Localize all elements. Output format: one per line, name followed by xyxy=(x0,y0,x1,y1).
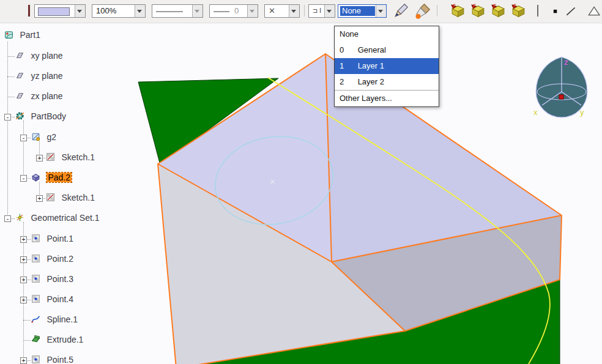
expander-point2[interactable]: + xyxy=(20,256,27,263)
tree-item-sketch1-b[interactable]: Sketch.1 xyxy=(45,191,95,205)
tree-item-zx-plane[interactable]: zx plane xyxy=(15,90,63,103)
fill-color-dropdown-arrow[interactable] xyxy=(75,5,85,17)
tree-item-label[interactable]: Point.3 xyxy=(46,274,73,284)
expander-point1[interactable]: + xyxy=(20,236,27,243)
point-tool-button[interactable] xyxy=(548,4,562,18)
spline-icon xyxy=(31,314,41,324)
tree-item-label[interactable]: Point.5 xyxy=(46,355,73,364)
expander-pad2[interactable]: - xyxy=(20,175,27,182)
toolbar-drag-handle-right[interactable] xyxy=(537,5,538,17)
line-tool-button[interactable] xyxy=(564,4,578,18)
layer-dropdown-arrow[interactable] xyxy=(376,5,386,17)
plane-icon xyxy=(15,91,25,101)
tree-item-point2[interactable]: Point.2 xyxy=(31,253,73,266)
tree-item-label[interactable]: Point.2 xyxy=(46,254,73,264)
transparency-combobox[interactable]: 100% xyxy=(92,4,146,18)
plane-icon xyxy=(15,70,25,81)
expander-sketch1-b[interactable]: + xyxy=(36,195,43,202)
layer-filter-button-2[interactable] xyxy=(470,3,486,20)
expander-point5[interactable]: + xyxy=(20,357,27,364)
tree-item-spline1[interactable]: Spline.1 xyxy=(31,313,78,327)
tree-item-point4[interactable]: Point.4 xyxy=(31,293,73,306)
compass-privileged-point[interactable] xyxy=(559,95,563,99)
tree-item-sketch1-a[interactable]: Sketch.1 xyxy=(45,151,95,165)
tree-item-label[interactable]: Sketch.1 xyxy=(61,152,94,162)
layer-dropdown-menu: None 0 General 1 Layer 1 2 Layer 2 Other… xyxy=(334,26,439,107)
render-style-dropdown-arrow[interactable] xyxy=(324,5,335,17)
tree-item-label[interactable]: zx plane xyxy=(31,91,62,101)
toolbar-drag-handle[interactable] xyxy=(28,5,30,17)
layer-option-layer1[interactable]: 1 Layer 1 xyxy=(335,58,439,74)
tree-item-label[interactable]: yz plane xyxy=(31,71,62,81)
tree-item-label-selected[interactable]: Pad.2 xyxy=(46,173,72,182)
painter-pen-icon xyxy=(392,2,410,20)
fill-color-swatch xyxy=(38,7,70,16)
tree-item-partbody[interactable]: PartBody xyxy=(15,110,66,124)
point-icon xyxy=(31,273,41,284)
painter-button[interactable] xyxy=(392,2,410,20)
tree-connector xyxy=(23,121,24,178)
tree-item-geometrical-set1[interactable]: Geometrical Set.1 xyxy=(15,212,100,225)
tree-item-point3[interactable]: Point.3 xyxy=(31,273,73,286)
tree-item-xy-plane[interactable]: xy plane xyxy=(15,50,63,63)
graphic-wizard-button[interactable] xyxy=(414,2,432,20)
geometrical-set-icon xyxy=(15,212,25,223)
transparency-dropdown-arrow[interactable] xyxy=(135,5,145,17)
layer-filter-icon xyxy=(470,3,486,20)
expander-partbody[interactable]: - xyxy=(4,114,11,121)
tree-item-label[interactable]: Extrude.1 xyxy=(46,335,83,344)
sketch-icon xyxy=(45,192,56,202)
layer-value: None xyxy=(340,6,375,16)
tree-item-extrude1[interactable]: Extrude.1 xyxy=(31,333,83,347)
tree-item-g2[interactable]: g2 xyxy=(31,131,56,144)
expander-point4[interactable]: + xyxy=(20,297,27,303)
tree-item-label[interactable]: PartBody xyxy=(31,111,66,121)
layer-filter-button-3[interactable] xyxy=(490,3,507,20)
line-type-preview xyxy=(156,11,183,12)
point-symbol-dropdown-arrow[interactable] xyxy=(289,5,299,17)
plane-tool-button[interactable] xyxy=(581,4,595,18)
line-weight-combobox[interactable]: 0 xyxy=(209,4,258,18)
tree-item-label[interactable]: Part1 xyxy=(20,30,40,40)
layer-option-other-layers[interactable]: Other Layers... xyxy=(335,90,439,106)
tree-item-label[interactable]: Geometrical Set.1 xyxy=(31,213,99,223)
viewport-3d[interactable]: × z x y xyxy=(0,0,602,364)
expander-sketch1-a[interactable]: + xyxy=(36,155,43,162)
line-weight-dropdown-arrow[interactable] xyxy=(247,5,258,17)
line-weight-preview xyxy=(214,11,229,12)
compass-x-label: x xyxy=(533,108,538,117)
layer-filter-icon xyxy=(490,3,507,20)
layer-combobox[interactable]: None xyxy=(338,4,387,18)
render-style-value: ⊐ I xyxy=(313,6,324,17)
pad-icon xyxy=(31,172,41,182)
layer-option-none[interactable]: None xyxy=(335,26,439,42)
fill-color-combobox[interactable] xyxy=(34,4,86,18)
tree-item-label[interactable]: xy plane xyxy=(31,51,62,61)
tree-item-label[interactable]: Spline.1 xyxy=(46,314,78,324)
tree-item-label[interactable]: Point.4 xyxy=(46,294,73,304)
tree-item-label[interactable]: Sketch.1 xyxy=(61,193,94,202)
tree-connector xyxy=(7,42,8,218)
point-icon xyxy=(31,253,41,264)
tree-item-pad2[interactable]: Pad.2 xyxy=(31,171,72,185)
tree-item-label[interactable]: Point.1 xyxy=(46,234,73,243)
line-type-dropdown-arrow[interactable] xyxy=(192,5,203,17)
partbody-icon xyxy=(15,111,25,121)
tree-item-point1[interactable]: Point.1 xyxy=(31,232,73,246)
point-symbol-combobox[interactable]: ✕ xyxy=(264,4,300,18)
compass-z-label: z xyxy=(564,58,568,67)
tree-item-yz-plane[interactable]: yz plane xyxy=(15,70,63,83)
tree-item-part1[interactable]: Part1 xyxy=(4,29,40,42)
expander-geometrical-set[interactable]: - xyxy=(4,215,11,222)
layer-filter-icon xyxy=(510,3,527,20)
tree-item-label[interactable]: g2 xyxy=(46,132,56,142)
layer-option-general[interactable]: 0 General xyxy=(335,42,439,58)
render-style-combobox[interactable]: ⊐ I xyxy=(308,4,335,18)
tree-item-point5[interactable]: Point.5 xyxy=(31,354,73,364)
layer-filter-button-4[interactable] xyxy=(510,3,527,20)
expander-point3[interactable]: + xyxy=(20,277,27,283)
layer-option-layer2[interactable]: 2 Layer 2 xyxy=(335,74,439,90)
line-type-combobox[interactable] xyxy=(152,4,203,18)
expander-g2[interactable]: - xyxy=(20,135,27,141)
layer-filter-button-1[interactable] xyxy=(450,3,466,20)
